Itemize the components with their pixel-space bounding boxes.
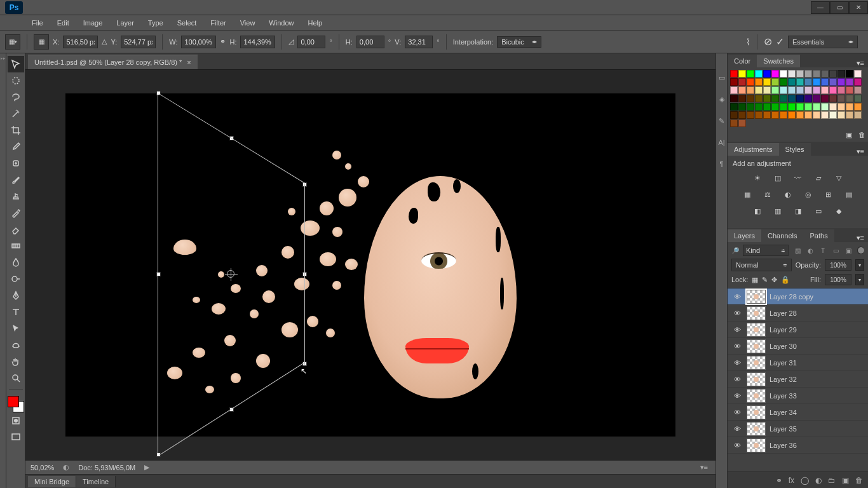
layer-fx-icon[interactable]: fx: [789, 476, 794, 485]
commit-transform-icon[interactable]: ✓: [776, 36, 784, 48]
brush-panel-icon[interactable]: ✎: [717, 116, 727, 126]
transform-tool-preset-icon[interactable]: ▦▾: [5, 34, 20, 50]
layers-panel-menu-icon[interactable]: ▾≡: [853, 234, 868, 242]
filter-shape-icon[interactable]: ▭: [831, 245, 841, 255]
type-tool[interactable]: [8, 304, 24, 320]
menu-select[interactable]: Select: [171, 17, 203, 29]
swatch[interactable]: [837, 111, 845, 119]
swatch[interactable]: [813, 78, 820, 86]
swatch[interactable]: [755, 86, 763, 94]
swatch[interactable]: [821, 95, 829, 102]
swatch[interactable]: [796, 103, 804, 111]
document-tab[interactable]: Untitled-1.psd @ 50% (Layer 28 copy, RGB…: [28, 55, 198, 69]
invert-icon[interactable]: ◧: [750, 205, 764, 217]
tab-timeline[interactable]: Timeline: [76, 476, 116, 487]
color-lookup-icon[interactable]: ▤: [842, 189, 856, 200]
selective-color-icon[interactable]: ◆: [832, 205, 846, 217]
add-mask-icon[interactable]: ◯: [801, 476, 809, 485]
menu-window[interactable]: Window: [262, 17, 300, 29]
menu-help[interactable]: Help: [301, 17, 329, 29]
filter-toggle-switch[interactable]: [857, 247, 864, 254]
vibrance-icon[interactable]: ▽: [832, 172, 846, 184]
swatch[interactable]: [738, 119, 746, 127]
filter-type-icon[interactable]: T: [818, 245, 828, 255]
pen-tool[interactable]: [8, 287, 24, 304]
layer-visibility-icon[interactable]: 👁: [731, 409, 743, 416]
swatch[interactable]: [747, 78, 754, 86]
swatch[interactable]: [846, 86, 853, 94]
exposure-icon[interactable]: ▱: [811, 172, 825, 184]
marquee-tool[interactable]: [8, 72, 24, 89]
swatch[interactable]: [804, 70, 812, 78]
panel-collapse-icon[interactable]: ▾≡: [700, 463, 708, 471]
swatch[interactable]: [771, 86, 779, 94]
swatch[interactable]: [788, 86, 796, 94]
swatch[interactable]: [796, 86, 804, 94]
swatch[interactable]: [821, 70, 829, 78]
swatch[interactable]: [796, 95, 804, 102]
swatch[interactable]: [829, 78, 837, 86]
tab-swatches[interactable]: Swatches: [757, 55, 800, 67]
new-layer-icon[interactable]: ▣: [842, 476, 849, 485]
brightness-contrast-icon[interactable]: ☀: [750, 172, 764, 184]
swatch[interactable]: [747, 70, 754, 78]
swatch[interactable]: [829, 70, 837, 78]
filter-kind-select[interactable]: Kind≑: [743, 245, 789, 256]
swatch[interactable]: [738, 78, 746, 86]
swatch[interactable]: [854, 103, 862, 111]
foreground-color[interactable]: [8, 396, 19, 407]
gradient-map-icon[interactable]: ▭: [811, 205, 825, 217]
swatch[interactable]: [788, 70, 796, 78]
swatch[interactable]: [804, 111, 812, 119]
layer-row[interactable]: 👁Layer 31: [728, 355, 868, 371]
new-fill-adjustment-icon[interactable]: ◐: [815, 476, 822, 485]
black-white-icon[interactable]: ◐: [781, 189, 795, 200]
eraser-tool[interactable]: [8, 221, 24, 238]
close-button[interactable]: ✕: [849, 1, 868, 14]
warp-mode-icon[interactable]: ⌇: [746, 37, 750, 47]
swatch[interactable]: [804, 95, 812, 102]
swatch[interactable]: [837, 95, 845, 102]
swatch[interactable]: [813, 70, 820, 78]
new-swatch-icon[interactable]: ▣: [846, 131, 852, 139]
fill-input[interactable]: [825, 274, 851, 285]
swatch[interactable]: [854, 86, 862, 94]
lasso-tool[interactable]: [8, 89, 24, 105]
swatch[interactable]: [747, 103, 754, 111]
dodge-tool[interactable]: [8, 271, 24, 287]
swatch[interactable]: [771, 95, 779, 102]
layer-row[interactable]: 👁Layer 30: [728, 338, 868, 355]
swatch[interactable]: [730, 119, 738, 127]
swatch[interactable]: [771, 70, 779, 78]
layer-visibility-icon[interactable]: 👁: [731, 293, 743, 301]
color-balance-icon[interactable]: ⚖: [761, 189, 775, 200]
layer-row[interactable]: 👁Layer 28: [728, 305, 868, 322]
layer-thumbnail[interactable]: [747, 306, 766, 320]
posterize-icon[interactable]: ▥: [771, 205, 785, 217]
y-input[interactable]: [121, 36, 156, 48]
layer-row[interactable]: 👁Layer 35: [728, 421, 868, 437]
swatch[interactable]: [854, 78, 862, 86]
swatch[interactable]: [846, 70, 853, 78]
swatch[interactable]: [796, 78, 804, 86]
foreground-background-colors[interactable]: [8, 396, 24, 412]
layer-thumbnail[interactable]: [747, 356, 766, 370]
lock-position-icon[interactable]: ✥: [771, 276, 777, 284]
layer-visibility-icon[interactable]: 👁: [731, 376, 743, 383]
path-selection-tool[interactable]: [8, 320, 24, 337]
menu-edit[interactable]: Edit: [51, 17, 76, 29]
layer-thumbnail[interactable]: [747, 405, 766, 419]
swatch[interactable]: [730, 70, 738, 78]
skew-v-input[interactable]: [405, 36, 433, 48]
layer-visibility-icon[interactable]: 👁: [731, 309, 743, 317]
swatch[interactable]: [771, 111, 779, 119]
character-panel-icon[interactable]: A|: [717, 137, 727, 147]
layer-row[interactable]: 👁Layer 34: [728, 404, 868, 421]
layer-thumbnail[interactable]: [747, 422, 766, 436]
status-exposure-icon[interactable]: ◐: [63, 463, 69, 471]
swatch[interactable]: [771, 103, 779, 111]
minimize-button[interactable]: —: [811, 1, 830, 14]
delete-layer-icon[interactable]: 🗑: [855, 476, 863, 485]
layer-row[interactable]: 👁Layer 33: [728, 388, 868, 404]
fill-dropdown-icon[interactable]: ▾: [855, 274, 864, 285]
